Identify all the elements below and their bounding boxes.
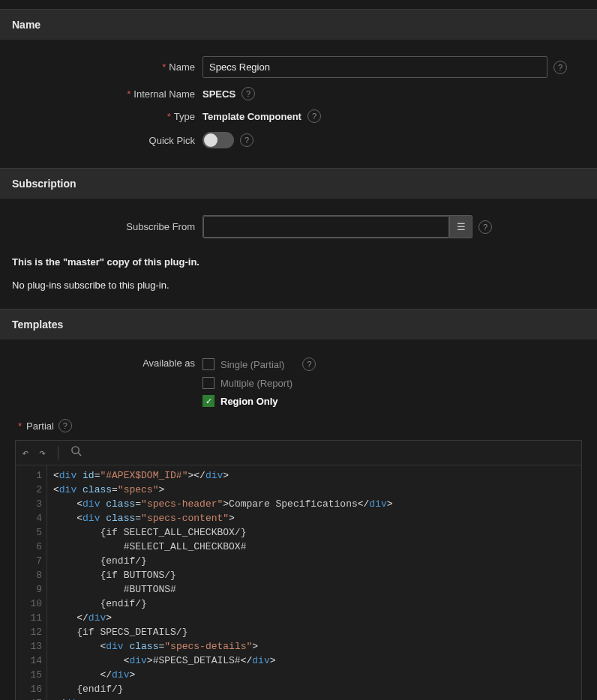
- label-type: Type: [0, 111, 202, 122]
- search-icon[interactable]: [70, 445, 82, 460]
- code-editor[interactable]: ↶ ↷ 123456789101112131415161718 <div id=…: [15, 440, 582, 700]
- label-name: Name: [0, 61, 202, 73]
- help-icon[interactable]: ?: [478, 220, 492, 234]
- label-available-as: Available as: [0, 356, 202, 369]
- lov-open-button[interactable]: ☰: [449, 216, 472, 238]
- label-quick-pick: Quick Pick: [0, 135, 202, 146]
- checkbox-region-only[interactable]: ✓: [202, 395, 214, 407]
- editor-toolbar: ↶ ↷: [16, 441, 581, 465]
- help-icon[interactable]: ?: [240, 133, 254, 147]
- help-icon[interactable]: ?: [308, 109, 321, 123]
- quick-pick-toggle[interactable]: [202, 132, 234, 148]
- name-input[interactable]: [202, 56, 548, 78]
- label-partial: * Partial ?: [0, 413, 597, 435]
- help-icon[interactable]: ?: [242, 87, 255, 100]
- subscribe-from-lov[interactable]: ☰: [202, 215, 472, 238]
- section-header-name: Name: [0, 9, 597, 40]
- label-subscribe-from: Subscribe From: [0, 221, 202, 232]
- list-icon: ☰: [457, 221, 466, 232]
- section-body-subscription: Subscribe From ☰ ? This is the "master" …: [0, 199, 597, 309]
- master-copy-text: This is the "master" copy of this plug-i…: [0, 253, 597, 271]
- redo-icon[interactable]: ↷: [39, 446, 46, 460]
- section-body-name: Name ? Internal Name SPECS ? Type Templa…: [0, 40, 597, 168]
- section-body-templates: Available as Single (Partial) ? Multiple…: [0, 340, 597, 700]
- svg-line-1: [78, 453, 81, 456]
- help-icon[interactable]: ?: [302, 357, 316, 371]
- section-header-subscription: Subscription: [0, 168, 597, 199]
- label-internal-name: Internal Name: [0, 88, 202, 100]
- subscribe-from-input[interactable]: [203, 216, 449, 238]
- undo-icon[interactable]: ↶: [22, 446, 28, 460]
- section-header-templates: Templates: [0, 309, 597, 340]
- checkbox-single-label: Single (Partial): [220, 359, 284, 370]
- type-value: Template Component: [202, 111, 302, 122]
- checkbox-single[interactable]: [202, 358, 214, 370]
- checkbox-region-only-label: Region Only: [220, 396, 278, 407]
- svg-point-0: [72, 447, 79, 453]
- editor-gutter: 123456789101112131415161718: [16, 465, 47, 700]
- help-icon[interactable]: ?: [58, 419, 72, 432]
- help-icon[interactable]: ?: [554, 61, 567, 74]
- no-subscribers-text: No plug-ins subscribe to this plug-in.: [0, 277, 597, 294]
- editor-code[interactable]: <div id="#APEX$DOM_ID#"></div><div class…: [47, 465, 581, 700]
- checkbox-multiple[interactable]: [202, 377, 214, 389]
- checkbox-multiple-label: Multiple (Report): [220, 378, 292, 389]
- internal-name-value: SPECS: [202, 88, 236, 100]
